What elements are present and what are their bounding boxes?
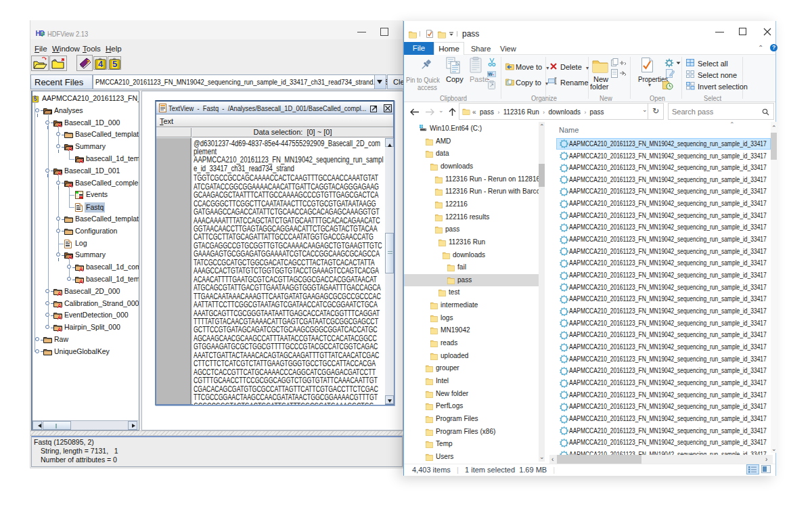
svg-text:4: 4 (98, 59, 104, 69)
svg-text:5: 5 (34, 96, 37, 102)
svg-text:F: F (41, 31, 45, 37)
svg-text:5: 5 (112, 59, 117, 69)
